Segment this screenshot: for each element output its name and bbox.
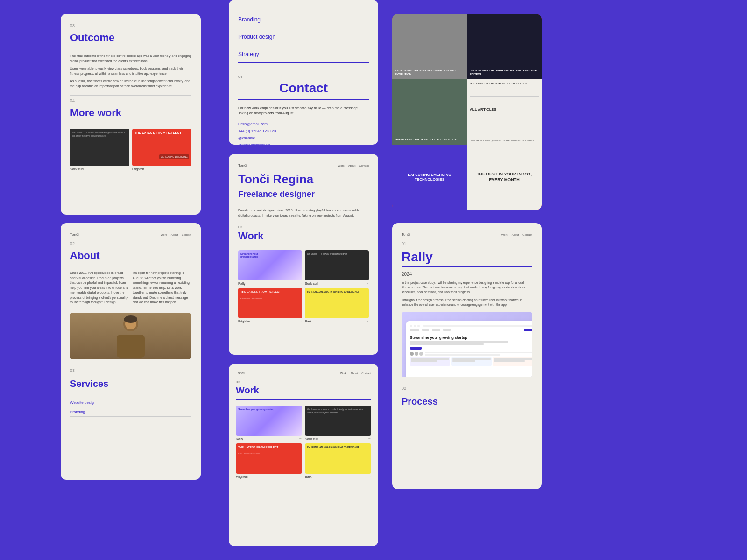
work-frighten-item[interactable]: THE LATEST, FROM REFLECT EXPLORING EMERG… xyxy=(236,443,302,478)
rally-hero-text: Streamline your growing startup xyxy=(410,336,532,340)
contact-twitter[interactable]: @xhandle xyxy=(238,136,369,140)
rally-nav-contact[interactable]: Contact xyxy=(522,233,532,236)
outcome-body3: As a result, the fitness centre saw an i… xyxy=(70,79,191,89)
work-rally-item[interactable]: Streamline your growing startup Rally → xyxy=(236,406,302,441)
rally-nav-about[interactable]: About xyxy=(512,233,519,236)
work-bark-thumb: I'M IRENE, AN AWARD-WINNING 3D DESIGNER xyxy=(305,443,371,474)
work-bottom-divider xyxy=(236,399,371,400)
work-sockcurl-thumb: I'm Jonas — a senior product designer th… xyxy=(305,406,371,436)
sockcurl-label: Sock curl xyxy=(305,282,318,285)
about-divider xyxy=(70,265,191,265)
nav-product-design[interactable]: Product design xyxy=(238,34,369,45)
frighten-label: Frighten xyxy=(132,168,191,171)
work-frighten-label: Frighten xyxy=(236,475,248,478)
tech-card: TECH TONIC: STORIES OF DISRUPTION AND EV… xyxy=(392,14,542,210)
rally-thumb: Streamline yourgrowing startup xyxy=(238,250,302,280)
contact-links: Hello@email.com +44 (0) 12345 123 123 @x… xyxy=(238,122,369,145)
tonci-card: Tonči Work About Contact Tonči Regina Fr… xyxy=(229,154,378,355)
frighten-work-item[interactable]: THE LATEST, FROM REFLECT EXPLORING EMERG… xyxy=(238,288,302,323)
work-bottom-number: 03 xyxy=(236,380,371,384)
tech-articles-title: ALL ARTICLES xyxy=(470,107,539,112)
frighten-text: THE LATEST, FROM REFLECT xyxy=(132,129,191,137)
rally-card: Tonči Work About Contact 01 Rally 2024 I… xyxy=(392,223,542,489)
tech-text-3: HARNESSING THE POWER OF TECHNOLOGY xyxy=(395,138,457,142)
service-website[interactable]: Website design xyxy=(70,398,191,407)
tonci-nav-logo: Tonči xyxy=(238,163,247,168)
rally-arrow: → xyxy=(299,281,302,285)
about-col2: I'm open for new projects starting in Au… xyxy=(133,271,191,305)
services-divider xyxy=(70,392,191,392)
rally-nav-work[interactable]: Work xyxy=(501,233,508,236)
about-number: 02 xyxy=(70,241,191,246)
tonci-nav-contact[interactable]: Contact xyxy=(359,164,369,167)
rally-nav: Tonči Work About Contact xyxy=(402,232,532,237)
work-bottom-grid: Streamline your growing startup Rally → … xyxy=(236,406,371,478)
rally-label: Rally xyxy=(238,282,246,285)
sock-curl-thumb[interactable]: I'm Jonas — a senior product designer th… xyxy=(70,129,129,166)
more-work-divider xyxy=(70,123,191,123)
frighten-thumb2: THE LATEST, FROM REFLECT EXPLORING EMERG… xyxy=(238,288,302,318)
tech-text-1: TECH TONIC: STORIES OF DISRUPTION AND EV… xyxy=(395,69,464,77)
work-card: Tonči Work About Contact 03 Work Streaml… xyxy=(229,364,378,546)
tech-text-5: EXPLORING EMERGING TECHNOLOGIES xyxy=(395,173,464,182)
work-number-tonci: 03 xyxy=(238,225,369,229)
outcome-body2: Users were able to easily view class sch… xyxy=(70,66,191,76)
work-sockcurl-arrow: → xyxy=(368,437,371,440)
rally-thumb-text: Streamline yourgrowing startup xyxy=(238,250,302,260)
tonci-nav-work[interactable]: Work xyxy=(338,164,345,167)
work-bark-item[interactable]: I'M IRENE, AN AWARD-WINNING 3D DESIGNER … xyxy=(305,443,371,478)
contact-card: Branding Product design Strategy 04 Cont… xyxy=(229,0,378,145)
outcome-body1: The final outcome of the fitness centre … xyxy=(70,54,191,63)
about-nav: Tonči Work About Contact xyxy=(70,232,191,237)
nav-strategy[interactable]: Strategy xyxy=(238,51,369,63)
more-work-title: More work xyxy=(70,107,191,119)
rally-divider xyxy=(402,266,532,267)
about-nav-links: Work About Contact xyxy=(161,233,191,236)
work-nav-links: Work About Contact xyxy=(340,372,371,375)
rally-screenshot-inner: Streamline your growing startup xyxy=(406,321,532,377)
tech-cell-1: TECH TONIC: STORIES OF DISRUPTION AND EV… xyxy=(392,14,467,79)
tonci-nav-about[interactable]: About xyxy=(348,164,356,167)
contact-instagram[interactable]: @iinstagramhandle xyxy=(238,143,369,145)
contact-title: Contact xyxy=(238,81,369,96)
contact-divider xyxy=(238,99,369,100)
outcome-card: 03 Outcome The final outcome of the fitn… xyxy=(61,14,201,215)
about-nav-work[interactable]: Work xyxy=(161,233,167,236)
process-title: Process xyxy=(402,396,532,407)
contact-email[interactable]: Hello@email.com xyxy=(238,122,369,126)
work-frighten-thumb: THE LATEST, FROM REFLECT EXPLORING EMERG… xyxy=(236,443,302,474)
contact-number: 04 xyxy=(238,75,369,79)
work-bark-arrow: → xyxy=(368,475,371,478)
contact-phone[interactable]: +44 (0) 12345 123 123 xyxy=(238,129,369,133)
about-photo xyxy=(70,313,191,359)
tech-articles-body: DOLORE DOLORE QUOD EST ESSE VITAE NIS DO… xyxy=(470,139,539,142)
work-nav-work[interactable]: Work xyxy=(340,372,347,375)
work-nav-contact[interactable]: Contact xyxy=(361,372,371,375)
frighten-arrow: → xyxy=(299,319,302,322)
nav-branding[interactable]: Branding xyxy=(238,16,369,28)
work-rally-thumb: Streamline your growing startup xyxy=(236,406,302,436)
tech-cell-8: THE BEST IN YOUR INBOX, EVERY MONTH xyxy=(467,145,542,210)
service-branding[interactable]: Branding xyxy=(70,407,191,417)
outcome-number: 03 xyxy=(70,23,191,28)
bark-work-item[interactable]: I'M IRENE, AN AWARD-WINNING 3D DESIGNER … xyxy=(305,288,369,323)
about-nav-contact[interactable]: Contact xyxy=(182,233,191,236)
tonci-nav: Tonči Work About Contact xyxy=(238,163,369,168)
sockcurl-work-item[interactable]: I'm Jonas — a senior product designer So… xyxy=(305,250,369,285)
rally-work-item[interactable]: Streamline yourgrowing startup Rally → xyxy=(238,250,302,285)
process-number: 02 xyxy=(402,386,532,391)
frighten-thumb[interactable]: THE LATEST, FROM REFLECT EXPLORING EMERG… xyxy=(132,129,191,166)
tech-cell-4: BREAKING BOUNDARIES: TECH-OLOGIES ALL AR… xyxy=(467,79,542,145)
more-work-number: 04 xyxy=(70,98,191,103)
about-nav-about[interactable]: About xyxy=(171,233,178,236)
work-sockcurl-item[interactable]: I'm Jonas — a senior product designer th… xyxy=(305,406,371,441)
rally-number: 01 xyxy=(402,241,532,246)
work-nav-about[interactable]: About xyxy=(351,372,358,375)
rally-body1: In this project case study, I will be sh… xyxy=(402,280,532,294)
tonci-subtitle: Freelance designer xyxy=(238,189,369,199)
about-card: Tonči Work About Contact 02 About Since … xyxy=(61,223,201,480)
work-sockcurl-label: Sock curl xyxy=(305,437,318,441)
rally-year: 2024 xyxy=(402,272,532,277)
tonci-name: Tonči Regina xyxy=(238,172,369,187)
frighten-label2: Frighten xyxy=(238,320,250,323)
